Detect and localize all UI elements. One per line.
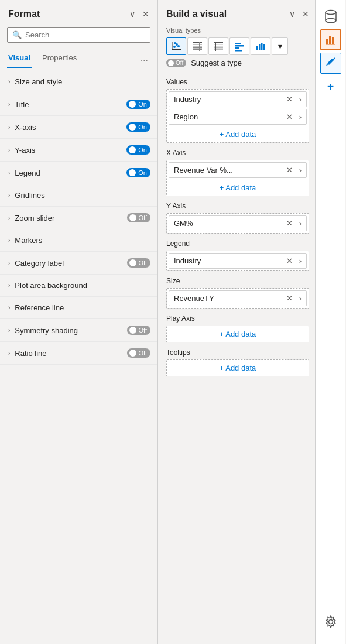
- format-item-markers[interactable]: › Markers: [0, 229, 157, 252]
- svg-rect-20: [221, 42, 221, 51]
- chip-remove-revenue-ty[interactable]: ✕: [286, 294, 293, 303]
- values-add-data-btn[interactable]: + Add data: [167, 126, 309, 142]
- svg-line-36: [333, 58, 335, 60]
- y-axis-zone: GM% ✕ ›: [166, 213, 309, 234]
- format-item-y-axis[interactable]: › Y-axis On: [0, 139, 157, 162]
- format-header-icons: ∨ ✕: [128, 8, 150, 20]
- format-item-ratio-line[interactable]: › Ratio line Off: [0, 342, 157, 365]
- paint-brush-icon[interactable]: [320, 53, 341, 74]
- tab-properties[interactable]: Properties: [41, 49, 78, 68]
- chevron-icon: ›: [8, 350, 10, 357]
- suggest-row: Off Suggest a type: [166, 59, 309, 67]
- item-label-zoom-slider: Zoom slider: [15, 214, 54, 222]
- visual-types-row: ▾: [166, 37, 309, 55]
- vt-bar-btn[interactable]: [229, 37, 249, 55]
- cylinder-icon[interactable]: [320, 6, 341, 27]
- chip-remove-gm-percent[interactable]: ✕: [286, 219, 293, 228]
- title-toggle[interactable]: On: [126, 100, 150, 109]
- svg-rect-22: [235, 45, 244, 47]
- settings-icon[interactable]: [320, 611, 341, 632]
- add-panel-btn[interactable]: +: [320, 76, 341, 97]
- chip-label-revenue-var: Revenue Var %...: [174, 166, 233, 174]
- chip-expand-revenue-var[interactable]: ›: [299, 166, 302, 174]
- vt-table-btn[interactable]: [187, 37, 207, 55]
- chip-revenue-ty: RevenueTY ✕ ›: [169, 290, 307, 306]
- format-item-legend[interactable]: › Legend On: [0, 162, 157, 184]
- format-collapse-btn[interactable]: ∨: [128, 8, 136, 20]
- item-label-category-label: Category label: [15, 259, 64, 268]
- chip-gm-percent: GM% ✕ ›: [169, 215, 307, 231]
- format-item-reference-line[interactable]: › Reference line: [0, 297, 157, 319]
- section-label-y-axis: Y Axis: [166, 202, 309, 210]
- search-input[interactable]: [25, 30, 145, 39]
- legend-toggle[interactable]: On: [126, 168, 150, 177]
- format-item-zoom-slider[interactable]: › Zoom slider Off: [0, 207, 157, 229]
- chevron-icon: ›: [8, 170, 10, 176]
- item-label-symmetry-shading: Symmetry shading: [15, 326, 78, 335]
- chip-expand-revenue-ty[interactable]: ›: [299, 294, 302, 303]
- vt-column-btn[interactable]: [251, 37, 270, 55]
- category-label-toggle[interactable]: Off: [127, 258, 150, 268]
- tab-visual[interactable]: Visual: [7, 49, 32, 68]
- format-item-symmetry-shading[interactable]: › Symmetry shading Off: [0, 319, 157, 342]
- build-visual-close-btn[interactable]: ✕: [301, 8, 310, 20]
- visual-types-label: Visual types: [166, 27, 309, 34]
- zoom-slider-toggle[interactable]: Off: [127, 213, 150, 222]
- svg-rect-24: [235, 50, 242, 52]
- tooltips-add-data-btn[interactable]: + Add data: [167, 360, 309, 376]
- y-axis-toggle[interactable]: On: [126, 145, 150, 155]
- format-panel-header: Format ∨ ✕: [0, 0, 157, 25]
- format-item-x-axis[interactable]: › X-axis On: [0, 116, 157, 139]
- vt-scatter-btn[interactable]: [166, 37, 186, 55]
- format-item-category-label[interactable]: › Category label Off: [0, 252, 157, 275]
- svg-rect-11: [196, 42, 196, 51]
- chip-remove-region[interactable]: ✕: [286, 112, 293, 121]
- chevron-icon: ›: [8, 237, 10, 244]
- chip-expand-gm-percent[interactable]: ›: [299, 219, 302, 228]
- svg-rect-6: [193, 42, 202, 43]
- chevron-icon: ›: [8, 260, 10, 266]
- visual-types-more-btn[interactable]: ▾: [272, 37, 288, 55]
- svg-point-5: [174, 42, 176, 44]
- ratio-line-toggle[interactable]: Off: [127, 348, 150, 358]
- format-item-title[interactable]: › Title On: [0, 93, 157, 116]
- play-axis-add-data-btn[interactable]: + Add data: [167, 326, 309, 342]
- chip-expand-region[interactable]: ›: [299, 112, 302, 121]
- svg-rect-12: [199, 42, 200, 51]
- toggle-circle: [129, 146, 136, 153]
- chip-expand-industry[interactable]: ›: [299, 95, 302, 104]
- format-item-plot-area[interactable]: › Plot area background: [0, 275, 157, 297]
- chip-remove-industry-legend[interactable]: ✕: [286, 256, 293, 265]
- bar-chart-icon[interactable]: [320, 29, 341, 50]
- toggle-circle: [129, 169, 136, 176]
- svg-point-37: [328, 620, 333, 624]
- tab-more-btn[interactable]: ...: [138, 51, 150, 66]
- chip-expand-industry-legend[interactable]: ›: [299, 256, 302, 265]
- chip-divider: [296, 257, 296, 265]
- chip-divider: [296, 95, 296, 104]
- format-item-gridlines[interactable]: › Gridlines: [0, 184, 157, 207]
- vt-matrix-btn[interactable]: [208, 37, 228, 55]
- search-icon: 🔍: [12, 30, 22, 39]
- format-close-btn[interactable]: ✕: [141, 8, 150, 20]
- symmetry-shading-toggle[interactable]: Off: [127, 326, 150, 335]
- format-panel: Format ∨ ✕ 🔍 Visual Properties ... › Siz…: [0, 0, 158, 644]
- chip-industry-legend: Industry ✕ ›: [169, 253, 307, 269]
- svg-rect-7: [193, 44, 202, 45]
- chip-remove-industry[interactable]: ✕: [286, 95, 293, 104]
- chip-revenue-var: Revenue Var %... ✕ ›: [169, 162, 307, 178]
- x-axis-add-data-btn[interactable]: + Add data: [167, 180, 309, 196]
- toggle-circle: [129, 124, 136, 131]
- toggle-small-circle: [168, 60, 174, 66]
- chip-label-region: Region: [174, 112, 198, 121]
- format-item-size-style[interactable]: › Size and style: [0, 71, 157, 93]
- build-visual-title: Build a visual: [166, 9, 227, 19]
- chevron-icon: ›: [8, 78, 10, 85]
- build-visual-collapse-btn[interactable]: ∨: [288, 8, 296, 20]
- x-axis-toggle[interactable]: On: [126, 122, 150, 132]
- suggest-toggle[interactable]: Off: [166, 59, 186, 67]
- svg-rect-26: [259, 44, 261, 50]
- toggle-circle: [129, 214, 136, 221]
- chip-remove-revenue-var[interactable]: ✕: [286, 166, 293, 174]
- format-title: Format: [8, 9, 40, 19]
